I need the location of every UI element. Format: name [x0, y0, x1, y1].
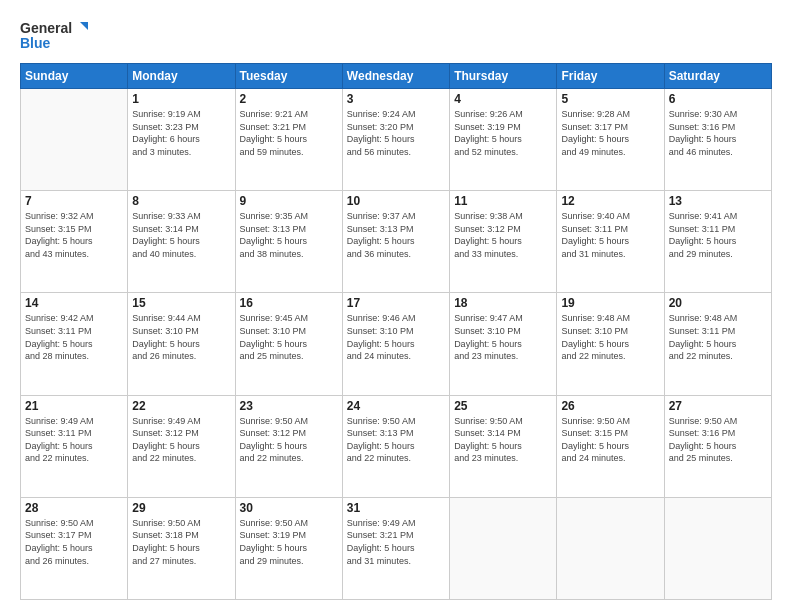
week-row-5: 28Sunrise: 9:50 AMSunset: 3:17 PMDayligh…	[21, 497, 772, 599]
calendar-cell	[450, 497, 557, 599]
day-info: Sunrise: 9:50 AMSunset: 3:17 PMDaylight:…	[25, 517, 123, 567]
calendar-cell: 11Sunrise: 9:38 AMSunset: 3:12 PMDayligh…	[450, 191, 557, 293]
day-info: Sunrise: 9:40 AMSunset: 3:11 PMDaylight:…	[561, 210, 659, 260]
day-info: Sunrise: 9:50 AMSunset: 3:15 PMDaylight:…	[561, 415, 659, 465]
calendar-header: SundayMondayTuesdayWednesdayThursdayFrid…	[21, 64, 772, 89]
calendar-cell: 9Sunrise: 9:35 AMSunset: 3:13 PMDaylight…	[235, 191, 342, 293]
calendar-cell: 19Sunrise: 9:48 AMSunset: 3:10 PMDayligh…	[557, 293, 664, 395]
day-number: 26	[561, 399, 659, 413]
calendar-cell: 23Sunrise: 9:50 AMSunset: 3:12 PMDayligh…	[235, 395, 342, 497]
day-number: 9	[240, 194, 338, 208]
day-number: 28	[25, 501, 123, 515]
week-row-1: 1Sunrise: 9:19 AMSunset: 3:23 PMDaylight…	[21, 89, 772, 191]
day-number: 27	[669, 399, 767, 413]
day-number: 25	[454, 399, 552, 413]
day-info: Sunrise: 9:37 AMSunset: 3:13 PMDaylight:…	[347, 210, 445, 260]
day-number: 3	[347, 92, 445, 106]
day-number: 12	[561, 194, 659, 208]
calendar-cell: 14Sunrise: 9:42 AMSunset: 3:11 PMDayligh…	[21, 293, 128, 395]
day-info: Sunrise: 9:49 AMSunset: 3:12 PMDaylight:…	[132, 415, 230, 465]
day-number: 22	[132, 399, 230, 413]
weekday-tuesday: Tuesday	[235, 64, 342, 89]
day-number: 19	[561, 296, 659, 310]
week-row-3: 14Sunrise: 9:42 AMSunset: 3:11 PMDayligh…	[21, 293, 772, 395]
calendar-cell: 1Sunrise: 9:19 AMSunset: 3:23 PMDaylight…	[128, 89, 235, 191]
day-number: 23	[240, 399, 338, 413]
day-number: 8	[132, 194, 230, 208]
day-number: 18	[454, 296, 552, 310]
day-info: Sunrise: 9:21 AMSunset: 3:21 PMDaylight:…	[240, 108, 338, 158]
calendar-cell: 12Sunrise: 9:40 AMSunset: 3:11 PMDayligh…	[557, 191, 664, 293]
calendar-body: 1Sunrise: 9:19 AMSunset: 3:23 PMDaylight…	[21, 89, 772, 600]
day-number: 24	[347, 399, 445, 413]
weekday-monday: Monday	[128, 64, 235, 89]
calendar-cell: 10Sunrise: 9:37 AMSunset: 3:13 PMDayligh…	[342, 191, 449, 293]
weekday-saturday: Saturday	[664, 64, 771, 89]
day-info: Sunrise: 9:47 AMSunset: 3:10 PMDaylight:…	[454, 312, 552, 362]
calendar-cell	[21, 89, 128, 191]
day-number: 6	[669, 92, 767, 106]
day-info: Sunrise: 9:44 AMSunset: 3:10 PMDaylight:…	[132, 312, 230, 362]
day-number: 11	[454, 194, 552, 208]
calendar-cell: 18Sunrise: 9:47 AMSunset: 3:10 PMDayligh…	[450, 293, 557, 395]
calendar-cell: 25Sunrise: 9:50 AMSunset: 3:14 PMDayligh…	[450, 395, 557, 497]
calendar-cell: 29Sunrise: 9:50 AMSunset: 3:18 PMDayligh…	[128, 497, 235, 599]
day-number: 5	[561, 92, 659, 106]
day-number: 1	[132, 92, 230, 106]
day-info: Sunrise: 9:30 AMSunset: 3:16 PMDaylight:…	[669, 108, 767, 158]
day-info: Sunrise: 9:38 AMSunset: 3:12 PMDaylight:…	[454, 210, 552, 260]
weekday-wednesday: Wednesday	[342, 64, 449, 89]
day-info: Sunrise: 9:32 AMSunset: 3:15 PMDaylight:…	[25, 210, 123, 260]
calendar-cell: 7Sunrise: 9:32 AMSunset: 3:15 PMDaylight…	[21, 191, 128, 293]
calendar-cell	[557, 497, 664, 599]
calendar-cell: 26Sunrise: 9:50 AMSunset: 3:15 PMDayligh…	[557, 395, 664, 497]
day-info: Sunrise: 9:41 AMSunset: 3:11 PMDaylight:…	[669, 210, 767, 260]
day-number: 7	[25, 194, 123, 208]
header: General Blue	[20, 18, 772, 53]
day-number: 15	[132, 296, 230, 310]
calendar-cell: 5Sunrise: 9:28 AMSunset: 3:17 PMDaylight…	[557, 89, 664, 191]
day-number: 16	[240, 296, 338, 310]
day-number: 21	[25, 399, 123, 413]
weekday-sunday: Sunday	[21, 64, 128, 89]
calendar-cell: 13Sunrise: 9:41 AMSunset: 3:11 PMDayligh…	[664, 191, 771, 293]
day-info: Sunrise: 9:28 AMSunset: 3:17 PMDaylight:…	[561, 108, 659, 158]
day-number: 31	[347, 501, 445, 515]
calendar-cell: 30Sunrise: 9:50 AMSunset: 3:19 PMDayligh…	[235, 497, 342, 599]
day-number: 2	[240, 92, 338, 106]
day-number: 30	[240, 501, 338, 515]
calendar-cell: 15Sunrise: 9:44 AMSunset: 3:10 PMDayligh…	[128, 293, 235, 395]
day-info: Sunrise: 9:50 AMSunset: 3:18 PMDaylight:…	[132, 517, 230, 567]
day-number: 29	[132, 501, 230, 515]
day-number: 20	[669, 296, 767, 310]
day-info: Sunrise: 9:33 AMSunset: 3:14 PMDaylight:…	[132, 210, 230, 260]
day-info: Sunrise: 9:45 AMSunset: 3:10 PMDaylight:…	[240, 312, 338, 362]
day-number: 10	[347, 194, 445, 208]
calendar-cell: 3Sunrise: 9:24 AMSunset: 3:20 PMDaylight…	[342, 89, 449, 191]
day-info: Sunrise: 9:48 AMSunset: 3:11 PMDaylight:…	[669, 312, 767, 362]
calendar-cell: 17Sunrise: 9:46 AMSunset: 3:10 PMDayligh…	[342, 293, 449, 395]
calendar-cell: 20Sunrise: 9:48 AMSunset: 3:11 PMDayligh…	[664, 293, 771, 395]
day-info: Sunrise: 9:50 AMSunset: 3:14 PMDaylight:…	[454, 415, 552, 465]
calendar-cell: 4Sunrise: 9:26 AMSunset: 3:19 PMDaylight…	[450, 89, 557, 191]
day-info: Sunrise: 9:35 AMSunset: 3:13 PMDaylight:…	[240, 210, 338, 260]
calendar-cell: 2Sunrise: 9:21 AMSunset: 3:21 PMDaylight…	[235, 89, 342, 191]
day-info: Sunrise: 9:50 AMSunset: 3:19 PMDaylight:…	[240, 517, 338, 567]
day-number: 4	[454, 92, 552, 106]
day-info: Sunrise: 9:26 AMSunset: 3:19 PMDaylight:…	[454, 108, 552, 158]
calendar-cell	[664, 497, 771, 599]
svg-text:General: General	[20, 20, 72, 36]
week-row-2: 7Sunrise: 9:32 AMSunset: 3:15 PMDaylight…	[21, 191, 772, 293]
day-info: Sunrise: 9:19 AMSunset: 3:23 PMDaylight:…	[132, 108, 230, 158]
day-info: Sunrise: 9:49 AMSunset: 3:21 PMDaylight:…	[347, 517, 445, 567]
week-row-4: 21Sunrise: 9:49 AMSunset: 3:11 PMDayligh…	[21, 395, 772, 497]
calendar-cell: 22Sunrise: 9:49 AMSunset: 3:12 PMDayligh…	[128, 395, 235, 497]
calendar-cell: 28Sunrise: 9:50 AMSunset: 3:17 PMDayligh…	[21, 497, 128, 599]
day-number: 13	[669, 194, 767, 208]
day-number: 14	[25, 296, 123, 310]
svg-marker-2	[80, 22, 88, 30]
calendar-cell: 27Sunrise: 9:50 AMSunset: 3:16 PMDayligh…	[664, 395, 771, 497]
logo-svg: General Blue	[20, 18, 90, 53]
day-info: Sunrise: 9:50 AMSunset: 3:16 PMDaylight:…	[669, 415, 767, 465]
weekday-friday: Friday	[557, 64, 664, 89]
